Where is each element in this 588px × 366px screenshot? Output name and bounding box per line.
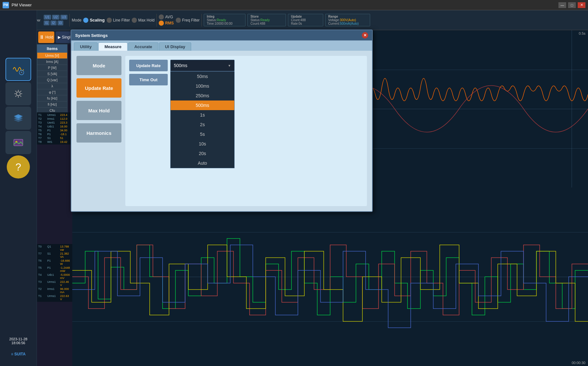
harmonics-nav-button[interactable]: Harmonics [76, 123, 121, 143]
tab-ui-display[interactable]: UI Display [159, 42, 192, 51]
app-icon: PM [3, 2, 9, 8]
image-icon-btn[interactable] [5, 131, 31, 154]
update-rate-dropdown[interactable]: 500ms ▼ 50ms 100ms 250ms 500ms 1s 2s 5s [170, 60, 235, 71]
dropdown-item-auto[interactable]: Auto [171, 158, 234, 168]
date-display: 2023-11-28 [2, 337, 35, 341]
u1-label[interactable]: U1 [44, 15, 51, 20]
data-row-top: T2Irms1112.0 [38, 117, 72, 121]
scaling-dot[interactable] [83, 18, 88, 23]
dropdown-selected[interactable]: 500ms ▼ [170, 60, 235, 71]
max-hold-nav-button[interactable]: Max Hold [76, 101, 121, 120]
minimize-button[interactable]: — [558, 2, 566, 8]
dropdown-item-2s[interactable]: 2s [171, 120, 234, 129]
modal-close-button[interactable]: ✕ [362, 32, 368, 39]
i1-label[interactable]: I1 [44, 21, 49, 25]
dropdown-item-5s[interactable]: 5s [171, 129, 234, 139]
data-row-bottom: T3Urms1222.46 V [38, 280, 72, 287]
help-icon-btn[interactable]: ? [7, 155, 30, 179]
selected-value: 500ms [174, 63, 187, 68]
integ-status-label: Status: [207, 18, 217, 22]
freq-filter-label: Freq Filter [182, 18, 200, 22]
integ-time: Time:10000:00:00 [207, 22, 243, 25]
avg-rms-group: AVG RMS [159, 14, 174, 26]
data-row-bottom: T1Urms1222.63 V [38, 294, 72, 301]
data-row-top: T1Urms1223.4 [38, 113, 72, 117]
layers-icon-btn[interactable] [5, 107, 31, 130]
close-button[interactable]: ✕ [578, 2, 585, 8]
modal-header: System Settings ✕ [71, 30, 372, 40]
data-row-top: T3Uenl1223.3 [38, 121, 72, 125]
waveform-svg-bottom [72, 187, 588, 366]
tab-accurate[interactable]: Accurate [128, 42, 158, 51]
time-out-button[interactable]: Time Out [129, 74, 168, 85]
image-icon [13, 137, 24, 148]
items-panel: Items Urms [V]Irms [A]P [W]S [VA]Q [var]… [37, 44, 67, 120]
item-row[interactable]: fi [Hz] [37, 101, 67, 108]
tab-measure[interactable]: Measure [98, 42, 128, 51]
dropdown-item-100ms[interactable]: 100ms [171, 81, 234, 91]
item-row[interactable]: Urms [V] [37, 53, 67, 59]
system-settings-modal: System Settings ✕ Utility Measure Accura… [71, 30, 373, 212]
hold-button[interactable]: ⏸ Hold [38, 31, 54, 43]
store-status: Store Status:Ready Count:488 [247, 14, 286, 26]
window-controls: — □ ✕ [558, 2, 585, 8]
item-row[interactable]: P [W] [37, 65, 67, 71]
item-row[interactable]: Q [var] [37, 77, 67, 83]
scaling-toggle[interactable]: Scaling [83, 18, 104, 23]
freq-filter-dot[interactable] [176, 18, 181, 23]
time-out-row: Time Out [129, 74, 363, 85]
i3-label[interactable]: I3 [58, 21, 63, 25]
item-row[interactable]: S [VA] [37, 71, 67, 77]
data-row-top: T7S151 [38, 136, 72, 140]
line-filter-dot[interactable] [107, 18, 112, 23]
data-row-bottom: T5P1-1.2448 mW [38, 266, 72, 273]
item-row[interactable]: Irms [A] [37, 59, 67, 65]
data-row-bottom: T2Irms196.000 mA [38, 287, 72, 294]
items-list: Urms [V]Irms [A]P [W]S [VA]Q [var]λφ [°]… [37, 53, 67, 120]
update-rate-nav-button[interactable]: Update Rate [76, 78, 121, 98]
u2-label[interactable]: U2 [52, 15, 59, 20]
data-row-bottom: T6P1-16.666 W [38, 259, 72, 266]
dropdown-item-500ms[interactable]: 500ms [171, 100, 234, 110]
freq-filter-toggle[interactable]: Freq Filter [176, 18, 200, 23]
waveform-chart-bottom: 00:00:30 [72, 187, 588, 366]
i2-label[interactable]: I2 [50, 21, 56, 25]
modal-content-area: Update Rate 500ms ▼ 50ms 100ms 250ms 500… [125, 56, 367, 206]
dropdown-item-20s[interactable]: 20s [171, 149, 234, 158]
time-display: 18:06:56 [2, 341, 35, 345]
layers-icon [13, 112, 24, 124]
u3-label[interactable]: U3 [60, 15, 68, 20]
scaling-label: Scaling [90, 18, 104, 22]
update-rate-button[interactable]: Update Rate [129, 60, 168, 71]
line-filter-toggle[interactable]: Line Filter [107, 18, 130, 23]
dropdown-item-10s[interactable]: 10s [171, 139, 234, 149]
app-title: PM Viewer [12, 3, 558, 7]
question-icon: ? [15, 161, 21, 173]
rms-label: RMS [165, 21, 174, 25]
modal-title: System Settings [75, 33, 108, 38]
tab-utility[interactable]: Utility [74, 42, 98, 51]
item-row[interactable]: λ [37, 83, 67, 89]
waveform-icon-btn[interactable] [5, 58, 31, 81]
dropdown-item-1s[interactable]: 1s [171, 110, 234, 120]
modal-body: Mode Update Rate Max Hold Harmonics Upda… [71, 51, 372, 211]
data-readings-top: T1Urms1223.4T2Irms1112.0T3Uenl1223.3T4Ud… [37, 112, 72, 144]
modal-tabs: Utility Measure Accurate UI Display [71, 40, 372, 51]
item-row[interactable]: φ [°] [37, 89, 67, 95]
restore-button[interactable]: □ [568, 2, 576, 8]
item-row[interactable]: fu [Hz] [37, 95, 67, 101]
dropdown-arrow-icon: ▼ [228, 64, 231, 67]
side-icons-panel: ? 2023-11-28 18:06:56 ≡ SUITA [0, 10, 37, 366]
mode-nav-button[interactable]: Mode [76, 56, 121, 75]
dropdown-item-50ms[interactable]: 50ms [171, 72, 234, 81]
max-hold-dot[interactable] [132, 18, 137, 23]
rms-dot[interactable] [159, 21, 164, 26]
dropdown-item-250ms[interactable]: 250ms [171, 91, 234, 100]
avg-dot[interactable] [159, 14, 164, 20]
store-title: Store [250, 15, 283, 18]
settings-icon-btn[interactable] [5, 82, 31, 105]
divider1 [69, 14, 70, 27]
data-row-top: T8Wt119.42 [38, 140, 72, 144]
mode-label: Mode [72, 18, 81, 22]
max-hold-toggle[interactable]: Max Hold [132, 18, 155, 23]
